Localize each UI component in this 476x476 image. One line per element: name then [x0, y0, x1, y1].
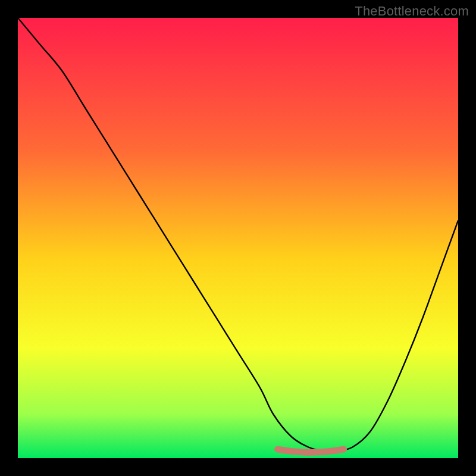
bottleneck-curve — [18, 18, 458, 458]
optimal-marker — [278, 449, 344, 452]
chart-frame: TheBottleneck.com — [0, 0, 476, 476]
plot-area — [18, 18, 458, 458]
curve-line — [18, 18, 458, 452]
watermark-text: TheBottleneck.com — [355, 4, 469, 19]
